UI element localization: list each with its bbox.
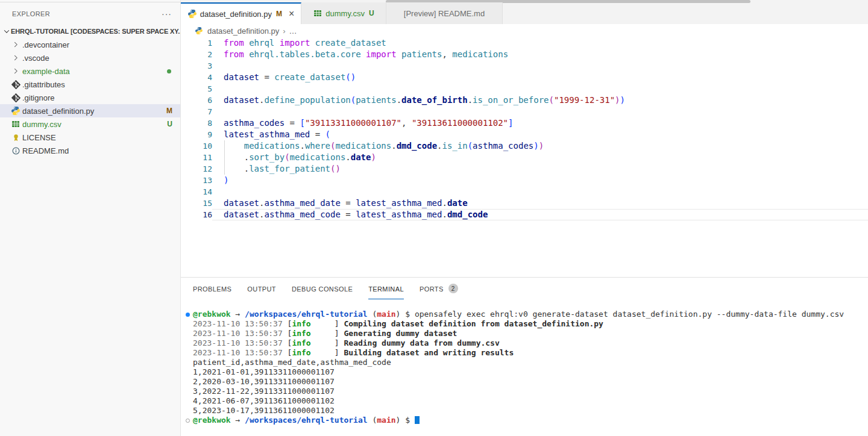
- code-line-11[interactable]: 11 .sort_by(medications.date): [181, 152, 868, 163]
- code-text: from ehrql import create_dataset: [212, 37, 868, 49]
- tab-dataset-definition[interactable]: dataset_definition.py M ×: [181, 2, 301, 24]
- code-line-14[interactable]: 14: [181, 186, 868, 198]
- line-number: 2: [181, 49, 212, 60]
- breadcrumb-separator: ›: [283, 26, 285, 36]
- file-label: README.md: [22, 146, 69, 155]
- license-icon: [10, 132, 21, 142]
- breadcrumb-file[interactable]: dataset_definition.py: [207, 26, 279, 36]
- code-editor[interactable]: 1from ehrql import create_dataset2from e…: [181, 37, 868, 277]
- code-text: .sort_by(medications.date): [212, 152, 868, 163]
- command-decoration-filled-icon[interactable]: [186, 313, 190, 317]
- more-actions-icon[interactable]: ···: [162, 9, 172, 19]
- line-number: 14: [181, 186, 212, 198]
- code-text: [212, 186, 868, 198]
- workspace-root-label: EHRQL-TUTORIAL [CODESPACES: SUPER SPACE …: [11, 28, 180, 35]
- terminal[interactable]: @rebkwok → /workspaces/ehrql-tutorial (m…: [181, 310, 868, 425]
- code-line-7[interactable]: 7: [181, 106, 868, 117]
- line-number: 1: [181, 37, 212, 49]
- breadcrumb[interactable]: dataset_definition.py › …: [181, 24, 868, 37]
- code-text: dataset.asthma_med_date = latest_asthma_…: [212, 198, 868, 209]
- file-tree-item--gitattributes[interactable]: .gitattributes: [0, 78, 180, 91]
- panel-tab-ports[interactable]: PORTS2: [420, 285, 458, 299]
- code-line-8[interactable]: 8asthma_codes = ["39113311000001107", "3…: [181, 117, 868, 129]
- file-tree-item--vscode[interactable]: .vscode: [0, 51, 180, 64]
- file-tree-item-example-data[interactable]: example-data: [0, 64, 180, 78]
- bottom-panel: PROBLEMS OUTPUT DEBUG CONSOLE TERMINAL P…: [181, 277, 868, 436]
- code-text: [212, 106, 868, 117]
- file-label: LICENSE: [22, 133, 56, 142]
- code-text: from ehrql.tables.beta.core import patie…: [212, 49, 868, 60]
- breadcrumb-more[interactable]: …: [289, 26, 297, 36]
- line-number: 15: [181, 198, 212, 209]
- line-number: 4: [181, 72, 212, 83]
- terminal-line-8: 3,2022-11-22,39113311000001107: [181, 387, 868, 396]
- tab-modified-badge: M: [276, 10, 282, 18]
- panel-tab-problems[interactable]: PROBLEMS: [193, 285, 231, 299]
- terminal-line-0: @rebkwok → /workspaces/ehrql-tutorial (m…: [181, 310, 868, 319]
- terminal-line-5: patient_id,asthma_med_date,asthma_med_co…: [181, 358, 868, 367]
- line-number: 7: [181, 106, 212, 117]
- code-line-12[interactable]: 12 .last_for_patient(): [181, 163, 868, 175]
- code-text: [212, 83, 868, 95]
- file-tree-item-dummy-csv[interactable]: dummy.csvU: [0, 117, 180, 131]
- line-number: 16: [181, 209, 212, 220]
- code-line-2[interactable]: 2from ehrql.tables.beta.core import pati…: [181, 49, 868, 60]
- code-line-9[interactable]: 9latest_asthma_med = (: [181, 129, 868, 140]
- panel-tab-debug-console[interactable]: DEBUG CONSOLE: [292, 285, 353, 299]
- git-status-badge: M: [166, 107, 172, 115]
- code-line-5[interactable]: 5: [181, 83, 868, 95]
- file-label: .gitignore: [22, 93, 54, 102]
- code-text: asthma_codes = ["39113311000001107", "39…: [212, 117, 868, 129]
- terminal-line-10: 5,2023-10-17,39113611000001102: [181, 406, 868, 416]
- code-line-13[interactable]: 13): [181, 175, 868, 186]
- python-icon: [187, 9, 197, 19]
- file-tree-item--devcontainer[interactable]: .devcontainer: [0, 38, 180, 51]
- tab-untracked-badge: U: [369, 9, 374, 17]
- code-text: dataset = create_dataset(): [212, 72, 868, 83]
- code-line-1[interactable]: 1from ehrql import create_dataset: [181, 37, 868, 49]
- python-icon: [195, 26, 203, 35]
- line-number: 9: [181, 129, 212, 140]
- line-number: 8: [181, 117, 212, 129]
- code-line-4[interactable]: 4dataset = create_dataset(): [181, 72, 868, 83]
- command-decoration-hollow-icon[interactable]: [186, 419, 190, 423]
- git-icon: [10, 79, 21, 89]
- code-line-10[interactable]: 10 medications.where(medications.dmd_cod…: [181, 140, 868, 152]
- line-number: 3: [181, 60, 212, 72]
- terminal-line-9: 4,2021-06-07,39113611000001102: [181, 396, 868, 406]
- code-text: dataset.define_population(patients.date_…: [212, 95, 868, 106]
- file-tree-item-readme-md[interactable]: README.md: [0, 144, 180, 157]
- file-label: .vscode: [22, 54, 49, 63]
- file-tree-item-license[interactable]: LICENSE: [0, 131, 180, 144]
- panel-tab-output[interactable]: OUTPUT: [247, 285, 276, 299]
- file-label: example-data: [22, 67, 70, 76]
- file-label: .gitattributes: [22, 80, 65, 89]
- file-tree-item--gitignore[interactable]: .gitignore: [0, 91, 180, 104]
- chevron-right-icon: [10, 53, 21, 63]
- terminal-line-11: @rebkwok → /workspaces/ehrql-tutorial (m…: [181, 416, 868, 425]
- file-tree-item-dataset-definition-py[interactable]: dataset_definition.pyM: [0, 104, 180, 117]
- line-number: 12: [181, 163, 212, 175]
- tab-readme-preview[interactable]: [Preview] README.md: [386, 2, 503, 24]
- git-icon: [10, 93, 21, 102]
- code-text: latest_asthma_med = (: [212, 129, 868, 140]
- git-status-badge: U: [167, 120, 172, 128]
- terminal-line-6: 1,2021-01-01,39113311000001107: [181, 367, 868, 377]
- tab-dummy-csv[interactable]: dummy.csv U: [301, 2, 386, 24]
- workspace-root[interactable]: EHRQL-TUTORIAL [CODESPACES: SUPER SPACE …: [0, 25, 180, 38]
- chevron-right-icon: [10, 66, 21, 76]
- terminal-line-1: 2023-11-10 13:50:37 [info ] Compiling da…: [181, 319, 868, 329]
- ports-count-badge: 2: [448, 284, 458, 293]
- terminal-line-2: 2023-11-10 13:50:37 [info ] Generating d…: [181, 329, 868, 338]
- panel-tab-terminal[interactable]: TERMINAL: [368, 285, 404, 299]
- git-changes-dot: [167, 69, 171, 73]
- file-tree: .devcontainer.vscodeexample-data.gitattr…: [0, 38, 180, 157]
- code-line-6[interactable]: 6dataset.define_population(patients.date…: [181, 95, 868, 106]
- chevron-right-icon: [10, 40, 21, 49]
- close-icon[interactable]: ×: [289, 9, 294, 19]
- code-line-16[interactable]: 16dataset.asthma_med_code = latest_asthm…: [181, 209, 868, 220]
- code-text: medications.where(medications.dmd_code.i…: [212, 140, 868, 152]
- code-line-15[interactable]: 15dataset.asthma_med_date = latest_asthm…: [181, 198, 868, 209]
- code-line-3[interactable]: 3: [181, 60, 868, 72]
- terminal-cursor: [415, 416, 420, 424]
